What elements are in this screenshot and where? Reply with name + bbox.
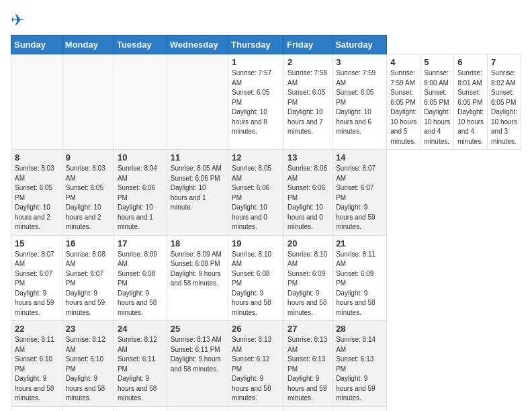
day-number: 14 [336, 152, 383, 163]
week-row-3: 15Sunrise: 8:07 AMSunset: 6:07 PMDayligh… [11, 235, 521, 321]
day-info: Sunrise: 8:02 AMSunset: 6:05 PMDaylight:… [491, 68, 517, 146]
day-cell-24: 24Sunrise: 8:12 AMSunset: 6:11 PMDayligh… [114, 321, 167, 407]
empty-cell [62, 54, 114, 150]
day-info: Sunrise: 8:01 AMSunset: 6:05 PMDaylight:… [457, 68, 484, 146]
day-cell-5: 5Sunrise: 8:00 AMSunset: 6:05 PMDaylight… [420, 54, 454, 150]
day-cell-20: 20Sunrise: 8:10 AMSunset: 6:09 PMDayligh… [284, 235, 332, 321]
day-cell-28: 28Sunrise: 8:14 AMSunset: 6:13 PMDayligh… [332, 321, 387, 407]
day-cell-27: 27Sunrise: 8:13 AMSunset: 6:13 PMDayligh… [284, 321, 332, 407]
week-row-2: 8Sunrise: 8:03 AMSunset: 6:05 PMDaylight… [11, 150, 521, 236]
day-number: 12 [232, 152, 280, 163]
day-cell-11: 11Sunrise: 8:05 AMSunset: 6:06 PMDayligh… [167, 150, 228, 236]
day-info: Sunrise: 8:10 AMSunset: 6:08 PMDaylight:… [232, 250, 280, 318]
day-number: 8 [15, 152, 58, 163]
day-number: 22 [15, 324, 58, 334]
day-cell-10: 10Sunrise: 8:04 AMSunset: 6:06 PMDayligh… [114, 150, 167, 236]
page-header: ✈ [11, 11, 521, 30]
day-number: 18 [171, 238, 224, 248]
day-cell-16: 16Sunrise: 8:08 AMSunset: 6:07 PMDayligh… [62, 235, 114, 321]
empty-cell [114, 54, 167, 150]
day-cell-1: 1Sunrise: 7:57 AMSunset: 6:05 PMDaylight… [228, 54, 284, 150]
day-info: Sunrise: 8:00 AMSunset: 6:05 PMDaylight:… [424, 68, 450, 146]
day-info: Sunrise: 7:58 AMSunset: 6:05 PMDaylight:… [287, 68, 328, 137]
day-number: 9 [66, 152, 110, 163]
day-info: Sunrise: 8:13 AMSunset: 6:12 PMDaylight:… [232, 335, 280, 404]
day-cell-4: 4Sunrise: 7:59 AMSunset: 6:05 PMDaylight… [387, 54, 420, 150]
weekday-thursday: Thursday [228, 36, 284, 54]
day-number: 19 [232, 238, 280, 248]
empty-cell [284, 406, 332, 411]
day-cell-2: 2Sunrise: 7:58 AMSunset: 6:05 PMDaylight… [284, 54, 332, 150]
week-row-4: 22Sunrise: 8:11 AMSunset: 6:10 PMDayligh… [11, 321, 521, 407]
day-cell-7: 7Sunrise: 8:02 AMSunset: 6:05 PMDaylight… [488, 54, 521, 150]
day-cell-23: 23Sunrise: 8:12 AMSunset: 6:10 PMDayligh… [62, 321, 114, 407]
day-number: 25 [171, 324, 224, 334]
week-row-5: 29Sunrise: 8:14 AMSunset: 6:14 PMDayligh… [11, 406, 521, 411]
weekday-monday: Monday [62, 36, 114, 54]
day-cell-25: 25Sunrise: 8:13 AMSunset: 6:11 PMDayligh… [167, 321, 228, 407]
empty-cell [332, 406, 387, 411]
day-number: 4 [390, 57, 416, 67]
day-info: Sunrise: 8:13 AMSunset: 6:13 PMDaylight:… [287, 335, 328, 404]
day-number: 15 [15, 238, 58, 248]
day-cell-8: 8Sunrise: 8:03 AMSunset: 6:05 PMDaylight… [11, 150, 62, 236]
day-number: 24 [118, 324, 163, 334]
day-info: Sunrise: 8:11 AMSunset: 6:10 PMDaylight:… [15, 335, 58, 404]
day-info: Sunrise: 8:03 AMSunset: 6:05 PMDaylight:… [66, 164, 110, 232]
day-cell-29: 29Sunrise: 8:14 AMSunset: 6:14 PMDayligh… [11, 406, 62, 411]
day-info: Sunrise: 8:10 AMSunset: 6:09 PMDaylight:… [287, 250, 328, 318]
day-info: Sunrise: 8:07 AMSunset: 6:07 PMDaylight:… [15, 250, 58, 318]
empty-cell [167, 54, 228, 150]
day-number: 16 [66, 238, 110, 248]
day-info: Sunrise: 8:12 AMSunset: 6:10 PMDaylight:… [66, 335, 110, 404]
day-number: 1 [232, 57, 280, 67]
empty-cell [11, 54, 62, 150]
day-cell-18: 18Sunrise: 8:09 AMSunset: 6:08 PMDayligh… [167, 235, 228, 321]
day-info: Sunrise: 8:05 AMSunset: 6:06 PMDaylight:… [171, 164, 224, 213]
day-info: Sunrise: 8:09 AMSunset: 6:08 PMDaylight:… [171, 250, 224, 289]
calendar-body: 1Sunrise: 7:57 AMSunset: 6:05 PMDaylight… [11, 54, 521, 412]
day-cell-17: 17Sunrise: 8:09 AMSunset: 6:08 PMDayligh… [114, 235, 167, 321]
day-number: 17 [118, 238, 163, 248]
day-number: 21 [336, 238, 383, 248]
day-info: Sunrise: 8:14 AMSunset: 6:13 PMDaylight:… [336, 335, 383, 404]
day-info: Sunrise: 8:06 AMSunset: 6:06 PMDaylight:… [287, 164, 328, 232]
logo-icon: ✈ [11, 11, 24, 29]
day-info: Sunrise: 8:08 AMSunset: 6:07 PMDaylight:… [66, 250, 110, 318]
day-number: 5 [424, 57, 450, 67]
day-info: Sunrise: 7:59 AMSunset: 6:05 PMDaylight:… [390, 68, 416, 146]
day-info: Sunrise: 8:03 AMSunset: 6:05 PMDaylight:… [15, 164, 58, 232]
day-number: 26 [232, 324, 280, 334]
day-info: Sunrise: 7:57 AMSunset: 6:05 PMDaylight:… [232, 68, 280, 137]
day-cell-26: 26Sunrise: 8:13 AMSunset: 6:12 PMDayligh… [228, 321, 284, 407]
day-number: 23 [66, 324, 110, 334]
day-cell-15: 15Sunrise: 8:07 AMSunset: 6:07 PMDayligh… [11, 235, 62, 321]
day-number: 27 [287, 324, 328, 334]
day-cell-12: 12Sunrise: 8:05 AMSunset: 6:06 PMDayligh… [228, 150, 284, 236]
day-cell-21: 21Sunrise: 8:11 AMSunset: 6:09 PMDayligh… [332, 235, 387, 321]
day-info: Sunrise: 7:59 AMSunset: 6:05 PMDaylight:… [336, 68, 383, 137]
logo: ✈ [11, 11, 24, 30]
day-info: Sunrise: 8:11 AMSunset: 6:09 PMDaylight:… [336, 250, 383, 318]
empty-cell [167, 406, 228, 411]
day-number: 3 [336, 57, 383, 67]
weekday-header-row: SundayMondayTuesdayWednesdayThursdayFrid… [11, 36, 521, 54]
week-row-1: 1Sunrise: 7:57 AMSunset: 6:05 PMDaylight… [11, 54, 521, 150]
day-cell-19: 19Sunrise: 8:10 AMSunset: 6:08 PMDayligh… [228, 235, 284, 321]
day-number: 6 [457, 57, 484, 67]
day-info: Sunrise: 8:13 AMSunset: 6:11 PMDaylight:… [171, 335, 224, 374]
day-info: Sunrise: 8:05 AMSunset: 6:06 PMDaylight:… [232, 164, 280, 232]
day-cell-30: 30Sunrise: 8:14 AMSunset: 6:15 PMDayligh… [62, 406, 114, 411]
calendar-table: SundayMondayTuesdayWednesdayThursdayFrid… [11, 35, 521, 411]
day-number: 20 [287, 238, 328, 248]
day-number: 10 [118, 152, 163, 163]
day-number: 28 [336, 324, 383, 334]
day-cell-9: 9Sunrise: 8:03 AMSunset: 6:05 PMDaylight… [62, 150, 114, 236]
weekday-sunday: Sunday [11, 36, 62, 54]
day-number: 11 [171, 152, 224, 163]
day-cell-13: 13Sunrise: 8:06 AMSunset: 6:06 PMDayligh… [284, 150, 332, 236]
logo-line1: ✈ [11, 11, 24, 30]
weekday-friday: Friday [284, 36, 332, 54]
day-cell-14: 14Sunrise: 8:07 AMSunset: 6:07 PMDayligh… [332, 150, 387, 236]
empty-cell [228, 406, 284, 411]
